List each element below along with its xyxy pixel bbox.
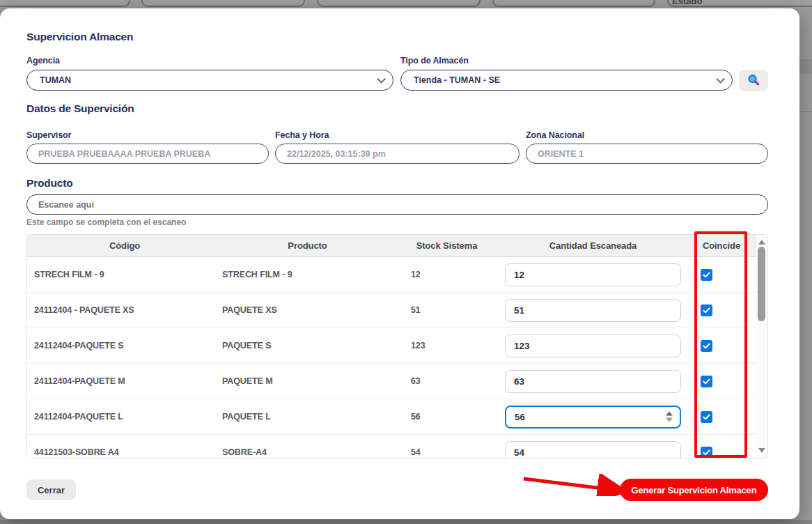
zona-nacional-label: Zona Nacional	[526, 130, 584, 140]
chevron-down-icon	[716, 75, 725, 84]
search-icon	[747, 73, 761, 88]
row-codigo: 24112404-PAQUETE M	[27, 376, 222, 386]
coincide-checkbox[interactable]	[701, 305, 712, 316]
row-coincide-cell	[685, 305, 758, 316]
tipo-almacen-select-value: Tienda - TUMAN - SE	[414, 75, 716, 85]
number-stepper-icons[interactable]	[666, 412, 673, 422]
scan-helper-text: Este campo se completa con el escaneo	[26, 217, 186, 227]
cantidad-input[interactable]	[505, 406, 681, 429]
table-row: 44121503-SOBRE A4 SOBRE-A4 54	[27, 435, 758, 458]
table-header-row: Código Producto Stock Sistema Cantidad E…	[27, 235, 758, 257]
background-field	[141, 0, 305, 7]
agencia-select[interactable]: TUMAN	[26, 70, 393, 91]
fecha-hora-field[interactable]	[275, 144, 520, 164]
row-coincide-cell	[685, 340, 758, 352]
datos-heading: Datos de Supervición	[26, 102, 134, 115]
background-estado-label: Estado	[672, 0, 702, 6]
row-cantidad-wrap	[501, 441, 685, 459]
coincide-checkbox[interactable]	[701, 411, 712, 423]
scan-input[interactable]	[26, 194, 768, 215]
background-scrollbar-horizontal	[0, 520, 812, 524]
row-producto: PAQUETE L	[222, 412, 393, 422]
row-codigo: 24112404-PAQUETE S	[27, 341, 222, 350]
row-stock: 12	[393, 270, 501, 279]
row-producto: PAQUETE M	[222, 376, 393, 386]
row-stock: 123	[393, 341, 501, 350]
table-row: 24112404-PAQUETE M PAQUETE M 63	[27, 364, 758, 399]
coincide-checkbox[interactable]	[701, 447, 712, 458]
background-table-band	[798, 59, 812, 74]
row-cantidad-wrap	[501, 263, 685, 286]
table-scrollbar[interactable]	[756, 235, 767, 458]
scroll-up-icon[interactable]	[758, 240, 765, 245]
coincide-checkbox[interactable]	[701, 376, 712, 387]
row-cantidad-wrap	[501, 334, 685, 357]
table-row: 24112404 - PAQUETE XS PAQUETE XS 51	[27, 293, 758, 328]
cantidad-input[interactable]	[505, 299, 681, 322]
row-codigo: 24112404 - PAQUETE XS	[27, 305, 222, 315]
close-button[interactable]: Cerrar	[26, 479, 76, 500]
row-codigo: 44121503-SOBRE A4	[27, 447, 222, 457]
tipo-almacen-label: Tipo de Almacén	[400, 56, 469, 66]
cantidad-input[interactable]	[505, 263, 681, 286]
background-field	[492, 0, 655, 7]
supervisor-field[interactable]	[26, 144, 269, 164]
table-row: STRECH FILM - 9 STRECH FILM - 9 12	[27, 257, 758, 293]
row-stock: 56	[393, 412, 501, 422]
row-codigo: STRECH FILM - 9	[27, 270, 222, 279]
row-cantidad-wrap	[501, 406, 685, 429]
row-coincide-cell	[685, 447, 758, 458]
header-codigo: Código	[27, 240, 222, 251]
coincide-checkbox[interactable]	[701, 340, 712, 352]
background-field	[317, 0, 481, 7]
tipo-almacen-select[interactable]: Tienda - TUMAN - SE	[400, 70, 733, 91]
agencia-label: Agencia	[26, 56, 60, 66]
search-button[interactable]	[739, 70, 768, 91]
cantidad-input[interactable]	[505, 441, 681, 459]
page-backdrop: Estado Supervicion Almacen Agencia TUMAN…	[0, 0, 812, 524]
products-table: Código Producto Stock Sistema Cantidad E…	[26, 234, 768, 458]
stepper-down-icon[interactable]	[666, 418, 673, 422]
fecha-hora-label: Fecha y Hora	[275, 130, 329, 140]
row-producto: PAQUETE XS	[222, 305, 393, 315]
coincide-checkbox[interactable]	[701, 269, 712, 281]
header-stock-sistema: Stock Sistema	[393, 240, 501, 251]
generate-supervision-button[interactable]: Generar Supervicion Almacen	[620, 479, 768, 501]
row-stock: 54	[393, 447, 501, 457]
row-cantidad-wrap	[501, 299, 685, 322]
row-producto: SOBRE-A4	[222, 447, 393, 457]
scroll-down-icon[interactable]	[758, 448, 765, 453]
chevron-down-icon	[377, 75, 386, 84]
row-stock: 51	[393, 305, 501, 315]
row-producto: PAQUETE S	[222, 341, 393, 350]
producto-heading: Producto	[26, 177, 72, 190]
header-cantidad-escaneada: Cantidad Escaneada	[501, 240, 685, 251]
row-coincide-cell	[685, 269, 758, 281]
header-producto: Producto	[222, 240, 393, 251]
cantidad-input[interactable]	[505, 370, 681, 393]
table-body: STRECH FILM - 9 STRECH FILM - 9 12 24112…	[27, 257, 767, 458]
supervisor-label: Supervisor	[26, 130, 71, 140]
scrollbar-thumb[interactable]	[758, 247, 765, 321]
table-row: 24112404-PAQUETE L PAQUETE L 56	[27, 399, 758, 435]
cantidad-input[interactable]	[505, 334, 681, 357]
stepper-up-icon[interactable]	[666, 412, 673, 416]
header-coincide: Coincide	[685, 240, 758, 251]
zona-nacional-field[interactable]	[526, 144, 768, 164]
row-codigo: 24112404-PAQUETE L	[27, 412, 222, 422]
background-field	[0, 0, 130, 7]
modal-title: Supervicion Almacen	[26, 31, 133, 43]
table-row: 24112404-PAQUETE S PAQUETE S 123	[27, 328, 758, 364]
row-stock: 63	[393, 376, 501, 386]
row-cantidad-wrap	[501, 370, 685, 393]
row-coincide-cell	[685, 411, 758, 423]
row-coincide-cell	[685, 376, 758, 387]
background-table-line	[798, 111, 812, 112]
agencia-select-value: TUMAN	[40, 75, 377, 85]
row-producto: STRECH FILM - 9	[222, 270, 393, 279]
